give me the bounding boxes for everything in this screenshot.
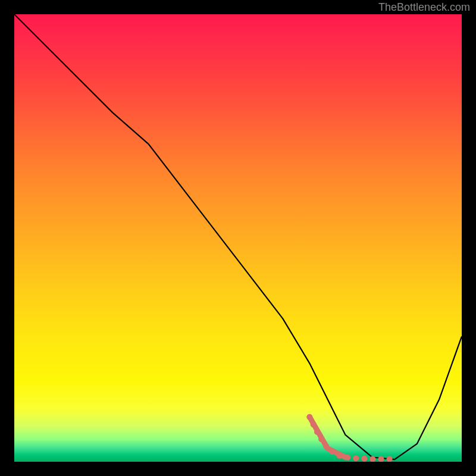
watermark-text: TheBottleneck.com bbox=[378, 1, 470, 14]
optimal-range-marker bbox=[309, 417, 394, 459]
bottleneck-curve-line bbox=[14, 14, 462, 459]
x-axis bbox=[12, 462, 464, 464]
chart-svg bbox=[14, 14, 462, 462]
